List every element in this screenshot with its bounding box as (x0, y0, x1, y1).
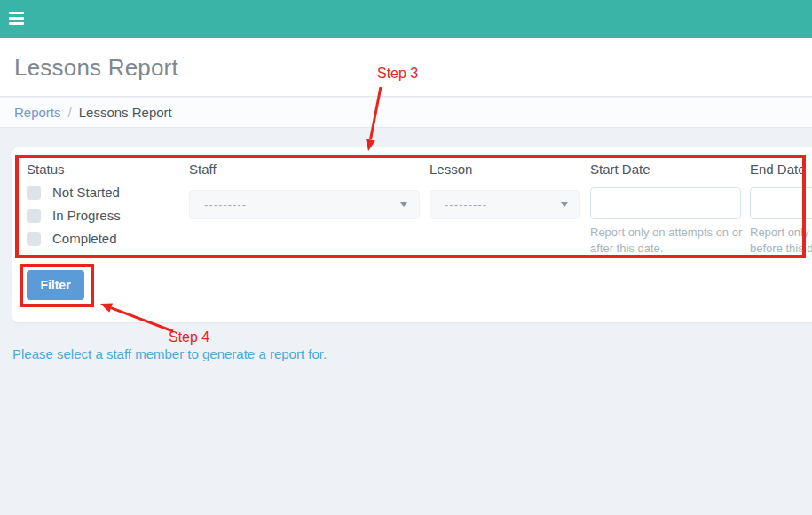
page: Lessons Report Reports / Lessons Report … (0, 0, 812, 515)
status-filter-group: Status Not Started In Progress Completed (27, 162, 121, 246)
end-date-input[interactable] (750, 187, 812, 219)
hamburger-menu-icon[interactable] (9, 12, 24, 25)
start-date-input[interactable] (590, 187, 741, 219)
checkbox-row-completed[interactable]: Completed (27, 231, 121, 246)
lesson-select[interactable]: --------- (430, 190, 580, 219)
staff-select-value: --------- (204, 198, 247, 211)
not-started-label: Not Started (52, 185, 120, 200)
page-title: Lessons Report (14, 54, 178, 82)
chevron-down-icon (400, 202, 407, 207)
app-header (0, 0, 812, 38)
in-progress-checkbox[interactable] (27, 209, 41, 223)
breadcrumb-link-reports[interactable]: Reports (14, 105, 61, 120)
not-started-checkbox[interactable] (27, 186, 41, 200)
start-date-help: Report only on attempts on or after this… (590, 225, 750, 257)
staff-filter-group: Staff --------- (189, 162, 420, 219)
chevron-down-icon (561, 202, 568, 207)
status-label: Status (27, 162, 121, 177)
start-date-label: Start Date (590, 162, 750, 177)
checkbox-row-in-progress[interactable]: In Progress (27, 208, 121, 223)
staff-select[interactable]: --------- (189, 190, 420, 219)
completed-label: Completed (52, 231, 117, 246)
lesson-filter-group: Lesson --------- (430, 162, 580, 219)
filter-button[interactable]: Filter (27, 270, 84, 300)
completed-checkbox[interactable] (27, 232, 41, 246)
breadcrumb: Reports / Lessons Report (0, 98, 812, 128)
checkbox-row-not-started[interactable]: Not Started (27, 185, 121, 200)
in-progress-label: In Progress (52, 208, 121, 223)
end-date-label: End Date (750, 162, 812, 177)
end-date-filter-group: End Date Report only on attempts on or b… (750, 162, 812, 257)
title-section: Lessons Report (0, 38, 812, 97)
annotation-label-step4: Step 4 (169, 329, 209, 345)
lesson-label: Lesson (430, 162, 580, 177)
breadcrumb-separator: / (68, 105, 72, 120)
start-date-filter-group: Start Date Report only on attempts on or… (590, 162, 750, 257)
staff-label: Staff (189, 162, 420, 177)
lesson-select-value: --------- (445, 198, 487, 211)
filter-card: Status Not Started In Progress Completed… (12, 147, 812, 322)
info-message: Please select a staff member to generate… (12, 346, 327, 361)
breadcrumb-current: Lessons Report (79, 105, 172, 120)
end-date-help: Report only on attempts on or before thi… (750, 225, 812, 257)
